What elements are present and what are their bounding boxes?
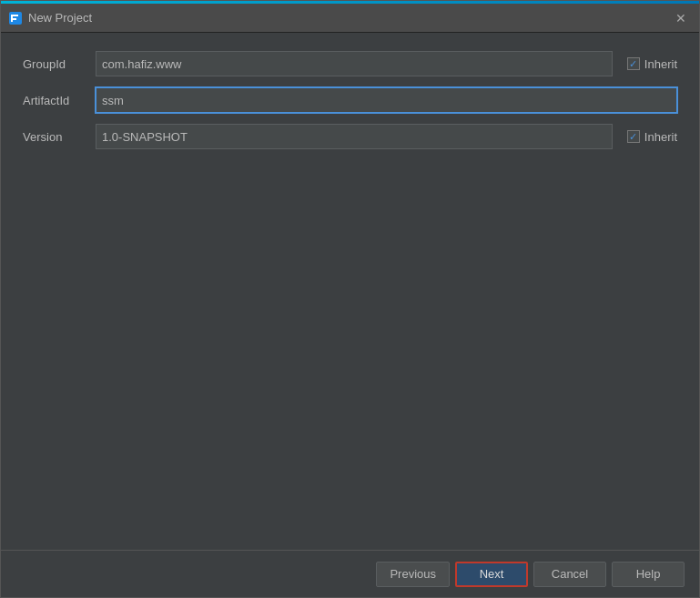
close-button[interactable]: ✕ [670,7,692,29]
groupid-row: GroupId Inherit [23,51,677,76]
groupid-inherit-checkbox[interactable] [627,57,640,70]
version-inherit-checkbox[interactable] [627,130,640,143]
main-content-area [23,160,677,532]
artifactid-input[interactable] [96,87,677,113]
version-label: Version [23,130,96,144]
groupid-label: GroupId [23,57,96,71]
groupid-input[interactable] [96,51,613,76]
cancel-button[interactable]: Cancel [533,562,606,587]
artifactid-label: ArtifactId [23,94,96,107]
dialog-title: New Project [28,11,92,25]
new-project-dialog: New Project ✕ GroupId Inherit ArtifactId [0,0,700,598]
svg-rect-2 [11,15,18,16]
version-inherit-label: Inherit [644,130,677,144]
groupid-input-wrapper: Inherit [96,51,677,76]
groupid-inherit-wrapper: Inherit [627,57,677,71]
svg-rect-3 [11,18,16,20]
close-icon: ✕ [675,11,686,25]
title-bar: New Project ✕ [1,4,699,33]
artifactid-input-wrapper [96,87,677,113]
title-bar-left: New Project [8,11,92,25]
help-button[interactable]: Help [612,562,685,587]
groupid-inherit-label: Inherit [644,57,677,71]
version-input-wrapper: Inherit [96,124,677,149]
version-input[interactable] [96,124,613,149]
previous-button[interactable]: Previous [376,562,450,587]
app-icon [8,11,23,25]
form-content: GroupId Inherit ArtifactId Version [1,33,699,550]
footer: Previous Next Cancel Help [1,550,699,597]
version-row: Version Inherit [23,124,677,149]
artifactid-row: ArtifactId [23,87,677,113]
next-button[interactable]: Next [455,562,528,587]
version-inherit-wrapper: Inherit [627,130,677,144]
